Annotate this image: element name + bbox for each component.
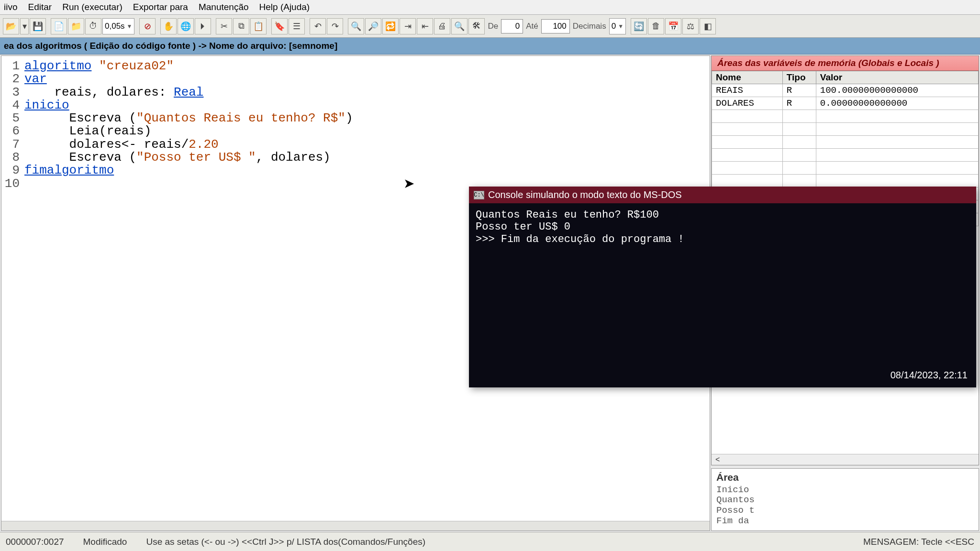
variables-title: Áreas das variáveis de memória (Globais … [712,56,979,71]
col-valor[interactable]: Valor [816,71,978,84]
menu-editar[interactable]: Editar [28,2,52,12]
variable-cell: R [782,84,816,97]
variable-cell: 100.00000000000000 [816,84,978,97]
code-text: Escreva ("Quantos Reais eu tenho? R$") [24,112,353,125]
console-window[interactable]: C:\ Console simulando o modo texto do MS… [469,187,976,387]
mouse-cursor-icon: ➤ [403,176,414,191]
timer-icon[interactable]: ⏱ [85,18,101,34]
menu-manutencao[interactable]: Manutenção [199,2,249,12]
paste-icon[interactable]: 📋 [250,18,267,34]
code-text: fimalgoritmo [24,164,114,177]
open-icon[interactable]: 📂 [3,18,19,34]
save-icon[interactable]: 💾 [30,18,46,34]
variable-cell: DOLARES [712,97,783,110]
ate-label: Até [526,22,538,31]
line-number: 7 [1,138,24,151]
status-message: MENSAGEM: Tecle <<ESC [863,537,974,547]
variable-cell: R [782,97,816,110]
variable-row[interactable]: DOLARESR0.00000000000000 [712,97,979,110]
speed-value: 0,05s [105,22,125,31]
panel-icon[interactable]: ◧ [700,18,716,34]
open-dropdown-icon[interactable]: ▾ [20,18,29,34]
calendar-icon[interactable]: 📅 [665,18,681,34]
code-line[interactable]: 8 Escreva ("Posso ter US$ ", dolares) [1,151,710,164]
bookmark-icon[interactable]: 🔖 [271,18,288,34]
replace-icon[interactable]: 🔁 [382,18,399,34]
status-position: 0000007:0027 [6,537,64,547]
collapse-toggle[interactable]: < [712,454,979,465]
folder-icon[interactable]: 📁 [68,18,84,34]
doc-icon[interactable]: 📄 [51,18,67,34]
undo-icon[interactable]: ↶ [310,18,326,34]
variable-cell: 0.00000000000000 [816,97,978,110]
code-line[interactable]: 9fimalgoritmo [1,164,710,177]
col-nome[interactable]: Nome [712,71,783,84]
decimals-select[interactable]: 0 ▼ [609,18,626,34]
trash-icon[interactable]: 🗑 [648,18,664,34]
dec-value: 0 [612,22,616,31]
speed-select[interactable]: 0,05s ▼ [102,18,134,34]
chevron-down-icon: ▼ [618,23,624,30]
stop-icon[interactable]: ⊘ [139,18,156,34]
menu-run[interactable]: Run (executar) [62,2,122,12]
de-input[interactable] [501,19,523,33]
output-line: Inicio [716,485,974,496]
globe-icon[interactable]: 🌐 [178,18,194,34]
code-line[interactable]: 1algoritmo "creuza02" [1,60,710,73]
code-text: algoritmo "creuza02" [24,60,174,73]
console-titlebar[interactable]: C:\ Console simulando o modo texto do MS… [469,187,976,203]
variable-row-empty [712,175,979,187]
code-text: dolares<- reais/2.20 [24,138,219,151]
output-area-title: Área [712,469,979,484]
line-number: 9 [1,164,24,177]
variable-row-empty [712,149,979,162]
find-next-icon[interactable]: 🔎 [365,18,381,34]
outdent-icon[interactable]: ⇤ [417,18,433,34]
zoom-icon[interactable]: 🔍 [451,18,468,34]
variable-row-empty [712,136,979,149]
console-line: >>> Fim da execução do programa ! [476,233,969,245]
indent-icon[interactable]: ⇥ [400,18,416,34]
balance-icon[interactable]: ⚖ [682,18,699,34]
line-number: 8 [1,151,24,164]
tool-icon[interactable]: 🛠 [468,18,485,34]
code-line[interactable]: 5 Escreva ("Quantos Reais eu tenho? R$") [1,112,710,125]
step-icon[interactable]: ⏵ [195,18,211,34]
menu-help[interactable]: Help (Ajuda) [259,2,310,12]
hand-icon[interactable]: ✋ [160,18,177,34]
line-number: 10 [1,177,24,190]
find-icon[interactable]: 🔍 [348,18,364,34]
code-text: inicio [24,99,69,112]
redo-icon[interactable]: ↷ [327,18,343,34]
col-tipo[interactable]: Tipo [782,71,816,84]
console-timestamp: 08/14/2023, 22:11 [891,370,968,381]
list-icon[interactable]: ☰ [289,18,305,34]
copy-icon[interactable]: ⧉ [233,18,249,34]
output-area-panel: Área InicioQuantosPosso tFim da [711,468,979,531]
console-body: Quantos Reais eu tenho? R$100Posso ter U… [469,203,976,387]
code-text: var [24,73,47,86]
status-hint: Use as setas (<- ou ->) <<Ctrl J>> p/ LI… [146,537,425,547]
variable-row[interactable]: REAISR100.00000000000000 [712,84,979,97]
code-line[interactable]: 3 reais, dolares: Real [1,86,710,99]
code-line[interactable]: 7 dolares<- reais/2.20 [1,138,710,151]
console-line: Quantos Reais eu tenho? R$100 [476,209,969,221]
refresh-icon[interactable]: 🔄 [631,18,647,34]
variable-row-empty [712,110,979,123]
line-number: 1 [1,60,24,73]
variable-row-empty [712,123,979,136]
ate-input[interactable] [541,19,570,33]
code-text: reais, dolares: Real [24,86,203,99]
line-number: 5 [1,112,24,125]
menu-exportar[interactable]: Exportar para [133,2,188,12]
code-line[interactable]: 4inicio [1,99,710,112]
menu-arquivo[interactable]: iivo [4,2,18,12]
cut-icon[interactable]: ✂ [216,18,232,34]
horizontal-scrollbar[interactable] [1,521,710,530]
print-icon[interactable]: 🖨 [434,18,450,34]
code-text: Leia(reais) [24,125,151,138]
code-line[interactable]: 2var [1,73,710,86]
output-line: Fim da [716,516,974,527]
code-line[interactable]: 6 Leia(reais) [1,125,710,138]
console-title: Console simulando o modo texto do MS-DOS [488,189,682,200]
